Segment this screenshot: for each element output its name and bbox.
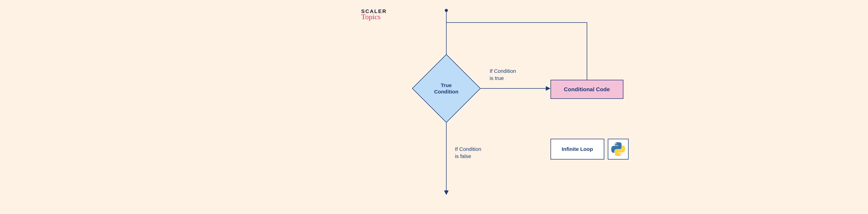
diagram-canvas: SCALER Topics TrueCondition Conditional … (347, 0, 694, 214)
decision-node: TrueCondition (422, 64, 471, 113)
infinite-loop-label: Infinite Loop (562, 146, 593, 152)
python-icon-box (608, 139, 629, 159)
svg-point-4 (615, 143, 616, 144)
decision-label: TrueCondition (422, 64, 471, 113)
conditional-code-label: Conditional Code (564, 86, 610, 93)
infinite-loop-box: Infinite Loop (551, 139, 604, 159)
flow-lines (347, 0, 694, 214)
edge-label-false: If Conditionis false (455, 146, 482, 160)
svg-point-5 (620, 154, 621, 155)
logo-sub: Topics (361, 13, 387, 21)
edge-label-true: If Conditionis true (490, 68, 516, 82)
svg-point-0 (445, 9, 448, 12)
conditional-code-box: Conditional Code (551, 80, 623, 99)
python-logo-icon (611, 142, 625, 156)
logo: SCALER Topics (361, 9, 387, 21)
